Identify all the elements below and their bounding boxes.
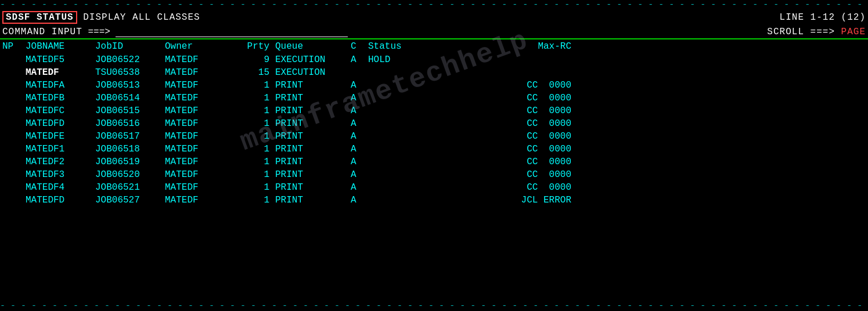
cell-owner: MATEDF [165,55,235,65]
cell-queue: PRINT [275,106,351,116]
cell-jobname: MATEDFB [26,93,95,103]
cell-c: A [351,106,368,116]
cell-owner: MATEDF [165,144,235,154]
table-row: MATEDFAJOB06513MATEDF1PRINTACC 0000 [0,79,868,92]
col-header-c: C [351,41,368,52]
cell-c: A [351,182,368,193]
cell-owner: MATEDF [165,131,235,142]
cell-prty: 1 [235,93,269,103]
command-input-field[interactable] [116,26,348,37]
cell-prty: 15 [235,67,269,78]
table-row: MATEDF2JOB06519MATEDF1PRINTACC 0000 [0,156,868,168]
scroll-label: SCROLL ===> [379,27,841,37]
cell-owner: MATEDF [165,67,235,78]
sdsf-status-label: SDSF STATUS [2,11,77,24]
cell-queue: PRINT [275,182,351,193]
col-header-jobid: JobID [95,41,165,52]
col-header-maxrc: Max-RC [484,41,571,52]
header-row: SDSF STATUS DISPLAY ALL CLASSES LINE 1-1… [0,10,868,25]
cell-jobname: MATEDF3 [26,169,95,180]
cell-maxrc: CC 0000 [484,182,571,193]
cell-maxrc: JCL ERROR [484,195,571,205]
cell-maxrc: CC 0000 [484,93,571,103]
cell-maxrc: CC 0000 [484,144,571,154]
cell-maxrc: CC 0000 [484,118,571,129]
cell-jobname: MATEDFE [26,131,95,142]
table-row: MATEDFDJOB06527MATEDF1PRINTAJCL ERROR [0,194,868,207]
table-row: MATEDF1JOB06518MATEDF1PRINTACC 0000 [0,143,868,156]
cell-status: HOLD [368,55,484,65]
command-row: COMMAND INPUT ===> SCROLL ===> PAGE [0,25,868,38]
cell-prty: 1 [235,118,269,129]
table-row: MATEDFTSU06538MATEDF15EXECUTION [0,66,868,79]
table-row: MATEDF3JOB06520MATEDF1PRINTACC 0000 [0,168,868,181]
cell-owner: MATEDF [165,80,235,91]
table-row: MATEDF4JOB06521MATEDF1PRINTACC 0000 [0,181,868,194]
cell-jobname: MATEDF1 [26,144,95,154]
cell-queue: EXECUTION [275,67,351,78]
cell-c: A [351,93,368,103]
cell-queue: PRINT [275,157,351,167]
cell-prty: 1 [235,169,269,180]
cell-c: A [351,144,368,154]
cell-owner: MATEDF [165,182,235,193]
cell-jobname: MATEDF2 [26,157,95,167]
display-all-classes-text: DISPLAY ALL CLASSES [77,12,200,23]
table-row: MATEDFDJOB06516MATEDF1PRINTACC 0000 [0,117,868,130]
cell-jobid: JOB06514 [95,93,165,103]
cell-queue: PRINT [275,118,351,129]
cell-queue: EXECUTION [275,55,351,65]
cell-jobid: TSU06538 [95,67,165,78]
cell-jobid: JOB06517 [95,131,165,142]
cell-jobname: MATEDF5 [26,55,95,65]
cell-prty: 9 [235,55,269,65]
cell-jobid: JOB06527 [95,195,165,205]
cell-owner: MATEDF [165,118,235,129]
cell-jobid: JOB06515 [95,106,165,116]
command-input-label: COMMAND INPUT [2,27,82,37]
col-header-status: Status [368,41,484,52]
col-header-prty: Prty [235,41,269,52]
cell-owner: MATEDF [165,157,235,167]
cell-jobid: JOB06521 [95,182,165,193]
cell-prty: 1 [235,144,269,154]
cell-jobid: JOB06519 [95,157,165,167]
scroll-page-value: PAGE [841,27,866,37]
cell-jobid: JOB06518 [95,144,165,154]
cell-c: A [351,80,368,91]
cell-queue: PRINT [275,131,351,142]
cell-c: A [351,157,368,167]
cell-queue: PRINT [275,169,351,180]
cell-jobid: JOB06513 [95,80,165,91]
cell-jobid: JOB06520 [95,169,165,180]
column-headers: NP JOBNAME JobID Owner Prty Queue C Stat… [0,39,868,53]
cell-jobname: MATEDFD [26,118,95,129]
cell-c: A [351,131,368,142]
cell-owner: MATEDF [165,93,235,103]
cell-prty: 1 [235,195,269,205]
cell-owner: MATEDF [165,195,235,205]
cell-queue: PRINT [275,195,351,205]
cell-owner: MATEDF [165,106,235,116]
table-row: MATEDF5JOB06522MATEDF9EXECUTIONAHOLD [0,53,868,66]
col-header-np: NP [2,41,26,52]
cell-jobname: MATEDFA [26,80,95,91]
cell-c: A [351,169,368,180]
top-border: - - - - - - - - - - - - - - - - - - - - … [0,0,868,10]
cell-c: A [351,55,368,65]
table-row: MATEDFCJOB06515MATEDF1PRINTACC 0000 [0,104,868,117]
cell-jobname: MATEDFD [26,195,95,205]
cell-queue: PRINT [275,80,351,91]
cell-jobname: MATEDF4 [26,182,95,193]
cell-c: A [351,195,368,205]
bottom-border: - - - - - - - - - - - - - - - - - - - - … [0,301,868,311]
col-header-owner: Owner [165,41,235,52]
cell-jobid: JOB06522 [95,55,165,65]
terminal-screen: - - - - - - - - - - - - - - - - - - - - … [0,0,868,311]
cell-maxrc: CC 0000 [484,80,571,91]
cell-prty: 1 [235,157,269,167]
cell-jobname: MATEDFC [26,106,95,116]
col-header-queue: Queue [275,41,351,52]
col-header-jobname: JOBNAME [26,41,95,52]
table-row: MATEDFBJOB06514MATEDF1PRINTACC 0000 [0,92,868,104]
